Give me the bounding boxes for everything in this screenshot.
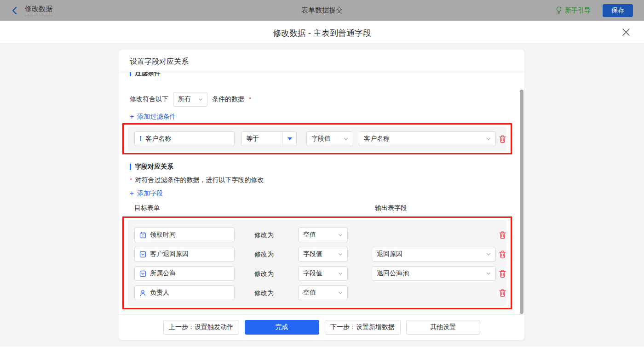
chevron-down-icon: [486, 251, 491, 257]
section-bar-icon: [130, 72, 131, 76]
scrollbar-thumb[interactable]: [520, 90, 523, 314]
mapping-row: 所属公海 修改为 字段值 退回公海池: [128, 266, 506, 281]
required-mark: *: [249, 96, 251, 103]
prev-step-button[interactable]: 上一步：设置触发动作: [163, 320, 239, 335]
save-button[interactable]: 保存: [603, 4, 633, 17]
modal-title: 修改数据 - 主表到普通字段: [0, 28, 644, 39]
back-title[interactable]: 修改数据: [25, 5, 52, 16]
done-button[interactable]: 完成: [245, 320, 319, 335]
target-form-header: 目标表单: [134, 204, 160, 212]
output-field-select[interactable]: 退回原因: [372, 247, 496, 262]
modal-header: 修改数据 - 主表到普通字段: [0, 21, 644, 44]
target-field-input[interactable]: 客户退回原因: [134, 247, 235, 262]
modify-mode-select[interactable]: 字段值: [298, 247, 348, 262]
modify-label: 修改为: [254, 228, 274, 242]
delete-row-icon[interactable]: [499, 250, 506, 259]
modify-mode-select[interactable]: 空值: [298, 228, 348, 242]
select-icon: [139, 270, 146, 277]
chevron-down-icon: [338, 251, 343, 257]
filter-highlight-box: I 客户名称 等于 字段值: [122, 123, 512, 154]
other-settings-button[interactable]: 其他设置: [406, 320, 480, 335]
filter-value-select[interactable]: 客户名称: [359, 131, 496, 146]
modify-mode-select[interactable]: 字段值: [298, 266, 348, 281]
beginner-guide-link[interactable]: 新手引导: [556, 6, 591, 15]
calendar-icon: 7: [139, 232, 146, 239]
add-field-button[interactable]: + 添加字段: [130, 189, 163, 198]
delete-row-icon[interactable]: [499, 269, 506, 278]
scroll-content: 过滤条件 修改符合以下 所有 条件的数据 * +: [119, 72, 524, 314]
guide-label: 新手引导: [565, 6, 591, 15]
add-filter-button[interactable]: + 添加过滤条件: [130, 113, 176, 121]
back-icon[interactable]: [11, 6, 18, 15]
operator-caret-segment[interactable]: [282, 132, 296, 146]
modify-mode-select[interactable]: 空值: [298, 285, 348, 300]
chevron-down-icon: [343, 136, 349, 142]
delete-filter-icon[interactable]: [499, 135, 506, 143]
modify-label: 修改为: [254, 266, 274, 281]
page-title: 表单数据提交: [0, 6, 644, 15]
chevron-down-icon: [486, 136, 491, 142]
section-bar-icon: [130, 164, 131, 170]
delete-row-icon[interactable]: [499, 231, 506, 239]
caret-down-icon: [288, 137, 292, 140]
target-field-input[interactable]: 所属公海: [134, 266, 235, 281]
card-title: 设置字段对应关系: [130, 57, 189, 67]
filter-operator-select[interactable]: 等于: [241, 131, 297, 146]
filter-section-title: 过滤条件: [130, 72, 161, 77]
chevron-down-icon: [198, 97, 203, 102]
chevron-down-icon: [338, 232, 343, 238]
plus-icon: +: [130, 114, 134, 120]
select-icon: [139, 251, 146, 258]
mapping-description: * 对符合过滤条件的数据，进行以下字段的修改: [130, 176, 264, 184]
lightbulb-icon: [556, 6, 562, 14]
mapping-row: 客户退回原因 修改为 字段值 退回原因: [128, 247, 506, 262]
app-window: 修改数据 表单数据提交 新手引导 保存 修改数据 - 主表到普通字段 设置字段对…: [0, 0, 644, 347]
target-field-input[interactable]: 负责人: [134, 285, 235, 300]
settings-card: 设置字段对应关系 过滤条件 修改符合以下 所有: [119, 50, 524, 340]
mapping-row: 7 领取时间 修改为 空值: [128, 228, 506, 242]
mapping-section-title: 字段对应关系: [130, 163, 173, 171]
footer-actions: 上一步：设置触发动作 完成 下一步：设置新增数据 其他设置: [119, 320, 524, 335]
match-suffix: 条件的数据: [212, 95, 244, 103]
filter-row-panel: I 客户名称 等于 字段值: [128, 127, 506, 151]
output-field-header: 输出表字段: [375, 204, 407, 212]
plus-icon: +: [130, 190, 134, 197]
svg-text:7: 7: [142, 234, 144, 237]
output-field-select[interactable]: 退回公海池: [372, 266, 496, 281]
chevron-down-icon: [486, 271, 491, 276]
delete-row-icon[interactable]: [499, 289, 506, 297]
filter-value-type-select[interactable]: 字段值: [306, 131, 353, 146]
chevron-down-icon: [338, 290, 343, 296]
modify-label: 修改为: [254, 247, 274, 262]
topbar: 修改数据 表单数据提交 新手引导 保存: [0, 0, 644, 21]
filter-field-input[interactable]: I 客户名称: [134, 131, 235, 146]
divider: [119, 314, 524, 315]
match-prefix: 修改符合以下: [130, 95, 168, 103]
mapping-rows-panel: 7 领取时间 修改为 空值: [128, 220, 506, 306]
mapping-row: 负责人 修改为 空值: [128, 285, 506, 300]
match-type-select[interactable]: 所有: [173, 92, 207, 107]
match-condition-row: 修改符合以下 所有 条件的数据 *: [130, 92, 251, 107]
chevron-down-icon: [338, 271, 343, 276]
target-field-input[interactable]: 7 领取时间: [134, 228, 235, 242]
modify-label: 修改为: [254, 285, 274, 300]
text-field-icon: I: [139, 135, 142, 142]
modal-body: 设置字段对应关系 过滤条件 修改符合以下 所有: [0, 44, 644, 347]
user-icon: [139, 290, 146, 296]
mapping-highlight-box: 7 领取时间 修改为 空值: [122, 216, 512, 309]
next-step-button[interactable]: 下一步：设置新增数据: [325, 320, 401, 335]
close-icon[interactable]: [622, 28, 630, 38]
modal-dialog: 修改数据 - 主表到普通字段 设置字段对应关系 过滤条件 修改符合以下: [0, 21, 644, 347]
